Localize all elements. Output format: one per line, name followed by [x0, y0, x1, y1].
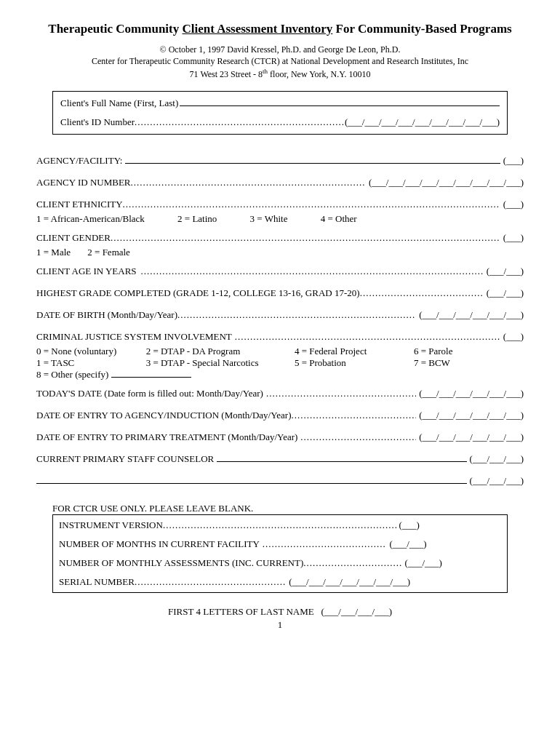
entry-agency-input[interactable]: (___/___/___/___/___/___) [419, 410, 524, 421]
cjs-other-input[interactable] [111, 377, 191, 378]
client-id-input[interactable]: (___/___/___/___/___/___/___/___/___) [345, 116, 500, 128]
age-input[interactable]: (___/___) [487, 266, 524, 277]
gender-input[interactable]: (___) [503, 232, 524, 244]
page-number: 1 [36, 619, 524, 631]
footer-row: FIRST 4 LETTERS OF LAST NAME (___/___/__… [36, 606, 524, 618]
client-id-row: Client's ID Number (___/___/___/___/___/… [60, 116, 500, 128]
agency-facility-input[interactable] [125, 163, 500, 164]
client-id-label: Client's ID Number [60, 116, 135, 128]
age-row: CLIENT AGE IN YEARS (___/___) [36, 266, 524, 277]
counselor-code-2[interactable]: (___/___/___) [470, 475, 524, 487]
entry-agency-row: DATE OF ENTRY TO AGENCY/INDUCTION (Month… [36, 410, 524, 421]
client-name-row: Client's Full Name (First, Last) [60, 97, 500, 109]
ethnicity-options: 1 = African-American/Black 2 = Latino 3 … [36, 213, 524, 225]
counselor-row-2: (___/___/___) [36, 475, 524, 487]
dob-row: DATE OF BIRTH (Month/Day/Year) (___/___/… [36, 309, 524, 321]
counselor-input[interactable] [217, 461, 466, 462]
counselor-code[interactable]: (___/___/___) [470, 453, 524, 465]
instrument-version-input[interactable]: (___) [399, 519, 420, 531]
gender-options: 1 = Male 2 = Female [36, 247, 524, 258]
months-facility-row: NUMBER OF MONTHS IN CURRENT FACILITY (__… [59, 538, 501, 550]
cjs-input[interactable]: (___) [503, 331, 524, 343]
monthly-assessments-row: NUMBER OF MONTHLY ASSESSMENTS (INC. CURR… [59, 557, 501, 569]
gender-row: CLIENT GENDER (___) [36, 232, 524, 244]
grade-input[interactable]: (___/___) [487, 287, 524, 299]
dob-input[interactable]: (___/___/___/___/___/___) [419, 309, 524, 321]
ctcr-box: INSTRUMENT VERSION (___) NUMBER OF MONTH… [52, 514, 508, 593]
last-name-letters-input[interactable]: (___/___/___/___) [321, 606, 392, 617]
client-name-input[interactable] [180, 105, 500, 106]
ethnicity-row: CLIENT ETHNICITY (___) [36, 199, 524, 210]
today-date-row: TODAY'S DATE (Date form is filled out: M… [36, 388, 524, 399]
counselor-input-2[interactable] [36, 483, 467, 484]
serial-number-input[interactable]: (___/___/___/___/___/___/___) [289, 576, 410, 588]
ethnicity-input[interactable]: (___) [503, 199, 524, 210]
ctcr-heading: FOR CTCR USE ONLY. PLEASE LEAVE BLANK. [52, 503, 508, 514]
agency-facility-code[interactable]: (___) [503, 155, 524, 167]
cjs-row: CRIMINAL JUSTICE SYSTEM INVOLVEMENT (___… [36, 331, 524, 343]
cjs-options: 0 = None (voluntary) 2 = DTAP - DA Progr… [36, 346, 524, 381]
entry-treatment-row: DATE OF ENTRY TO PRIMARY TREATMENT (Mont… [36, 431, 524, 443]
serial-number-row: SERIAL NUMBER (___/___/___/___/___/___/_… [59, 576, 501, 588]
counselor-row: CURRENT PRIMARY STAFF COUNSELOR (___/___… [36, 453, 524, 465]
document-subtitle: © October 1, 1997 David Kressel, Ph.D. a… [36, 44, 524, 81]
monthly-assessments-input[interactable]: (___/___) [405, 557, 442, 569]
agency-id-input[interactable]: (___/___/___/___/___/___/___/___/___) [369, 177, 524, 188]
entry-treatment-input[interactable]: (___/___/___/___/___/___) [419, 431, 524, 443]
months-facility-input[interactable]: (___/___) [389, 538, 426, 550]
today-date-input[interactable]: (___/___/___/___/___/___) [419, 388, 524, 399]
agency-facility-row: AGENCY/FACILITY: (___) [36, 155, 524, 167]
client-info-box: Client's Full Name (First, Last) Client'… [52, 91, 508, 135]
client-name-label: Client's Full Name (First, Last) [60, 97, 178, 109]
document-title: Therapeutic Community Client Assessment … [36, 22, 524, 36]
instrument-version-row: INSTRUMENT VERSION (___) [59, 519, 501, 531]
grade-row: HIGHEST GRADE COMPLETED (GRADE 1-12, COL… [36, 287, 524, 299]
agency-id-row: AGENCY ID NUMBER (___/___/___/___/___/__… [36, 177, 524, 188]
